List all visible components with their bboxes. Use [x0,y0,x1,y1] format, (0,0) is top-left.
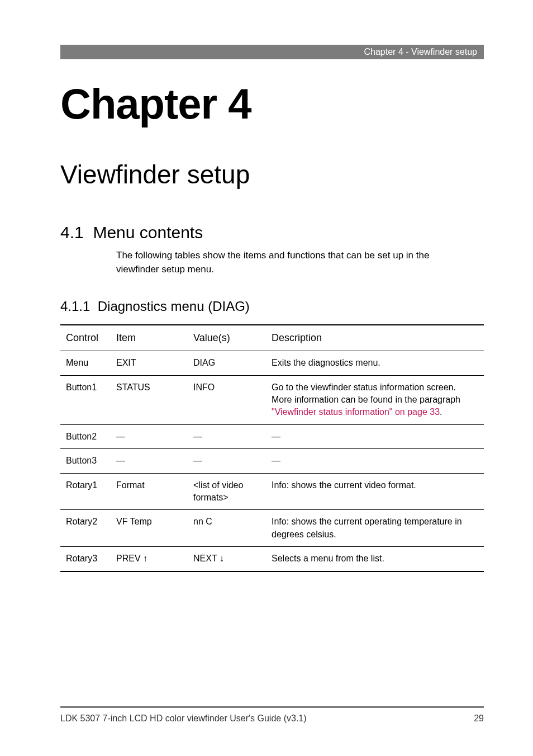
cell-item: — [111,449,188,473]
cell-values: — [188,424,266,448]
th-values: Value(s) [188,325,266,351]
subsection-title: Diagnostics menu (DIAG) [98,299,250,314]
cell-values: nn C [188,510,266,547]
cell-description: Go to the viewfinder status information … [266,375,484,424]
cell-description: — [266,424,484,448]
chapter-title: Chapter 4 [60,79,484,128]
header-text: Chapter 4 - Viewfinder setup [364,47,477,56]
cell-control: Rotary2 [60,510,111,547]
page-footer: LDK 5307 7-inch LCD HD color viewfinder … [60,706,484,724]
desc-text: — [272,456,280,465]
subsection-heading: 4.1.1 Diagnostics menu (DIAG) [60,299,484,314]
cell-control: Menu [60,351,111,375]
cell-control: Rotary1 [60,473,111,510]
header-bar: Chapter 4 - Viewfinder setup [60,45,484,59]
desc-text: Exits the diagnostics menu. [272,358,380,367]
desc-text: Selects a menu from the list. [272,554,384,563]
cell-description: Exits the diagnostics menu. [266,351,484,375]
table-row: Rotary1Format<list of video formats>Info… [60,473,484,510]
chapter-subtitle: Viewfinder setup [60,159,484,190]
cell-control: Button1 [60,375,111,424]
cell-item: — [111,424,188,448]
table-row: Button3——— [60,449,484,473]
desc-text: Go to the viewfinder status information … [272,382,460,404]
cell-item: VF Temp [111,510,188,547]
cell-item: Format [111,473,188,510]
th-description: Description [266,325,484,351]
desc-text: . [440,407,442,417]
cell-description: Info: shows the current video format. [266,473,484,510]
desc-text: Info: shows the current operating temper… [272,517,462,538]
cell-values: INFO [188,375,266,424]
table-row: Rotary3PREV ↑NEXT ↓Selects a menu from t… [60,547,484,571]
section-intro: The following tables show the items and … [116,249,451,276]
table-row: Button1STATUSINFOGo to the viewfinder st… [60,375,484,424]
cell-values: NEXT ↓ [188,547,266,571]
th-control: Control [60,325,111,351]
cell-description: — [266,449,484,473]
section-number: 4.1 [60,223,84,242]
cell-item: STATUS [111,375,188,424]
footer-rule [60,706,484,708]
table-row: Button2——— [60,424,484,448]
cell-description: Selects a menu from the list. [266,547,484,571]
footer-page-number: 29 [474,714,484,724]
section-heading: 4.1 Menu contents [60,223,484,242]
cell-item: EXIT [111,351,188,375]
cell-item: PREV ↑ [111,547,188,571]
subsection-number: 4.1.1 [60,299,90,314]
diagnostics-table: Control Item Value(s) Description MenuEX… [60,324,484,571]
th-item: Item [111,325,188,351]
cell-values: DIAG [188,351,266,375]
cell-values: — [188,449,266,473]
section-title: Menu contents [93,223,203,242]
desc-text: Info: shows the current video format. [272,480,416,490]
table-row: MenuEXITDIAGExits the diagnostics menu. [60,351,484,375]
cell-control: Button3 [60,449,111,473]
cell-control: Rotary3 [60,547,111,571]
footer-title: LDK 5307 7-inch LCD HD color viewfinder … [60,714,307,724]
cross-reference-link[interactable]: "Viewfinder status information" on page … [272,407,440,417]
cell-control: Button2 [60,424,111,448]
cell-values: <list of video formats> [188,473,266,510]
cell-description: Info: shows the current operating temper… [266,510,484,547]
table-row: Rotary2VF Tempnn CInfo: shows the curren… [60,510,484,547]
desc-text: — [272,432,280,441]
